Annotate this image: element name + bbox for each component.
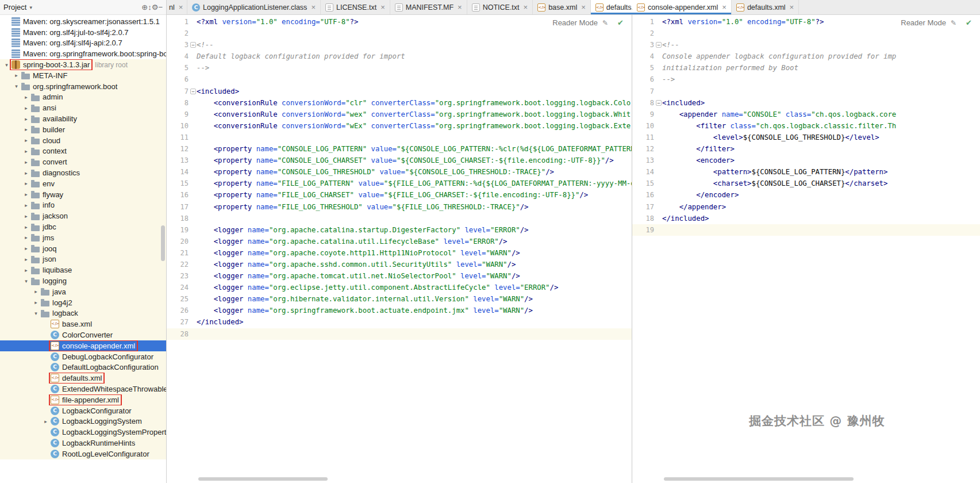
chevron-collapsed-icon[interactable]: ▸	[22, 213, 30, 219]
pencil-icon[interactable]: ✎	[602, 19, 608, 27]
horizontal-scrollbar[interactable]	[198, 477, 328, 481]
tree-item-file-appender-xml[interactable]: file-appender.xml	[0, 394, 166, 405]
chevron-expanded-icon[interactable]: ▾	[22, 278, 30, 284]
tree-item-builder[interactable]: ▸builder	[0, 124, 166, 135]
tree-item-env[interactable]: ▸env	[0, 178, 166, 189]
tree-item-diagnostics[interactable]: ▸diagnostics	[0, 167, 166, 178]
fold-icon[interactable]: −	[656, 42, 662, 48]
settings-icon[interactable]: ⚙	[152, 3, 159, 12]
tree-item-jms[interactable]: ▸jms	[0, 232, 166, 243]
chevron-collapsed-icon[interactable]: ▸	[22, 191, 30, 197]
chevron-collapsed-icon[interactable]: ▸	[22, 159, 30, 165]
tree-item-log4j2[interactable]: ▸log4j2	[0, 297, 166, 308]
project-panel-title[interactable]: Project	[3, 3, 26, 12]
tab-base-xml[interactable]: base.xml×	[533, 0, 591, 14]
tab-license-txt[interactable]: LICENSE.txt×	[321, 0, 390, 14]
tree-item-colorconverter[interactable]: CColorConverter	[0, 329, 166, 340]
chevron-collapsed-icon[interactable]: ▸	[22, 148, 30, 154]
close-icon[interactable]: ×	[311, 3, 316, 11]
chevron-collapsed-icon[interactable]: ▸	[32, 289, 40, 294]
chevron-collapsed-icon[interactable]: ▸	[41, 419, 50, 424]
vertical-scrollbar[interactable]	[161, 225, 165, 261]
tab-console-appender-xml[interactable]: console-appender.xml×	[632, 0, 732, 14]
tree-item-jdbc[interactable]: ▸jdbc	[0, 221, 166, 232]
tab-defaults-xml[interactable]: defaults.xml×	[732, 0, 799, 14]
chevron-collapsed-icon[interactable]: ▸	[12, 72, 21, 78]
chevron-down-icon[interactable]: ▾	[29, 5, 32, 10]
fold-icon[interactable]: −	[656, 100, 662, 106]
tab-loggingapplicationlistener-class[interactable]: CLoggingApplicationListener.class×	[187, 0, 321, 14]
chevron-collapsed-icon[interactable]: ▸	[22, 170, 30, 176]
chevron-collapsed-icon[interactable]: ▸	[22, 126, 30, 132]
chevron-collapsed-icon[interactable]: ▸	[22, 246, 30, 251]
tree-item-maven-org-skyscreamer-jsonassert-1-5-1[interactable]: Maven: org.skyscreamer:jsonassert:1.5.1	[0, 16, 166, 27]
tree-item-admin[interactable]: ▸admin	[0, 92, 166, 103]
chevron-collapsed-icon[interactable]: ▸	[32, 300, 40, 305]
tree-item-liquibase[interactable]: ▸liquibase	[0, 264, 166, 275]
tree-item-logbackloggingsystemproperties[interactable]: CLogbackLoggingSystemProperties	[0, 427, 166, 438]
tree-item-context[interactable]: ▸context	[0, 146, 166, 157]
tree-item-jooq[interactable]: ▸jooq	[0, 243, 166, 254]
chevron-collapsed-icon[interactable]: ▸	[22, 181, 30, 186]
chevron-collapsed-icon[interactable]: ▸	[22, 105, 30, 111]
tree-item-logbackruntimehints[interactable]: CLogbackRuntimeHints	[0, 438, 166, 448]
close-icon[interactable]: ×	[458, 3, 462, 11]
hide-panel-icon[interactable]: −	[158, 3, 163, 12]
tab-manifest-mf[interactable]: MANIFEST.MF×	[390, 0, 467, 14]
fold-icon[interactable]: −	[190, 89, 196, 94]
chevron-expanded-icon[interactable]: ▾	[32, 310, 40, 316]
tree-item-base-xml[interactable]: base.xml	[0, 319, 166, 329]
inspections-check-icon[interactable]: ✔	[966, 18, 972, 27]
tree-item-cloud[interactable]: ▸cloud	[0, 135, 166, 146]
tree-item-ansi[interactable]: ▸ansi	[0, 102, 166, 113]
tree-item-maven-org-springframework-boot-spring-boot-3[interactable]: Maven: org.springframework.boot:spring-b…	[0, 48, 166, 59]
tree-item-spring-boot-3-1-3-jar[interactable]: ▾spring-boot-3.1.3.jarlibrary root	[0, 59, 166, 70]
close-icon[interactable]: ×	[581, 3, 586, 11]
chevron-collapsed-icon[interactable]: ▸	[22, 94, 30, 100]
tree-item-jackson[interactable]: ▸jackson	[0, 210, 166, 221]
chevron-collapsed-icon[interactable]: ▸	[22, 116, 30, 122]
locate-icon[interactable]: ⊕	[141, 3, 148, 12]
tree-item-maven-org-slf4j-slf4j-api-2-0-7[interactable]: Maven: org.slf4j:slf4j-api:2.0.7	[0, 38, 166, 49]
close-icon[interactable]: ×	[722, 3, 727, 11]
tree-item-logbackloggingsystem[interactable]: ▸CLogbackLoggingSystem	[0, 416, 166, 427]
tree-item-availability[interactable]: ▸availability	[0, 113, 166, 124]
tree-item-meta-inf[interactable]: ▸META-INF	[0, 70, 166, 81]
horizontal-scrollbar[interactable]	[664, 477, 854, 481]
chevron-collapsed-icon[interactable]: ▸	[22, 137, 30, 143]
tree-item-logging[interactable]: ▾logging	[0, 275, 166, 286]
tree-item-org-springframework-boot[interactable]: ▾org.springframework.boot	[0, 81, 166, 92]
chevron-collapsed-icon[interactable]: ▸	[22, 235, 30, 240]
tree-item-debuglogbackconfigurator[interactable]: CDebugLogbackConfigurator	[0, 351, 166, 362]
close-icon[interactable]: ×	[179, 3, 183, 11]
tree-item-json[interactable]: ▸json	[0, 254, 166, 265]
tree-item-java[interactable]: ▸java	[0, 286, 166, 297]
tree-item-console-appender-xml[interactable]: console-appender.xml	[0, 340, 166, 351]
inspections-check-icon[interactable]: ✔	[617, 18, 624, 27]
chevron-collapsed-icon[interactable]: ▸	[22, 224, 30, 230]
chevron-collapsed-icon[interactable]: ▸	[22, 256, 30, 262]
tree-item-flyway[interactable]: ▸flyway	[0, 189, 166, 200]
close-icon[interactable]: ×	[790, 3, 794, 11]
close-icon[interactable]: ×	[381, 3, 385, 11]
chevron-expanded-icon[interactable]: ▾	[12, 83, 21, 89]
chevron-collapsed-icon[interactable]: ▸	[22, 202, 30, 208]
fold-icon[interactable]: −	[190, 42, 196, 48]
tab-nl[interactable]: nl×	[167, 0, 187, 14]
tree-item-logback[interactable]: ▾logback	[0, 308, 166, 319]
tree-item-logbackconfigurator[interactable]: CLogbackConfigurator	[0, 405, 166, 416]
tree-item-defaults-xml[interactable]: defaults.xml	[0, 373, 166, 384]
tree-item-rootloglevelconfigurator[interactable]: CRootLogLevelConfigurator	[0, 448, 166, 459]
tree-item-defaultlogbackconfiguration[interactable]: CDefaultLogbackConfiguration	[0, 362, 166, 373]
tree-item-extendedwhitespacethrowablepr[interactable]: CExtendedWhitespaceThrowablePr	[0, 384, 166, 394]
close-icon[interactable]: ×	[524, 3, 528, 11]
pencil-icon[interactable]: ✎	[951, 19, 956, 27]
project-tree[interactable]: Maven: org.skyscreamer:jsonassert:1.5.1M…	[0, 15, 166, 483]
tree-item-info[interactable]: ▸info	[0, 200, 166, 211]
chevron-collapsed-icon[interactable]: ▸	[22, 267, 30, 273]
tab-notice-txt[interactable]: NOTICE.txt×	[467, 0, 533, 14]
editor-left-body[interactable]: Reader Mode ✎ ✔ 1<?xml version="1.0" enc…	[167, 15, 632, 483]
tree-item-convert[interactable]: ▸convert	[0, 156, 166, 167]
chevron-expanded-icon[interactable]: ▾	[2, 62, 11, 68]
tree-item-maven-org-slf4j-jul-to-slf4j-2-0-7[interactable]: Maven: org.slf4j:jul-to-slf4j:2.0.7	[0, 27, 166, 38]
